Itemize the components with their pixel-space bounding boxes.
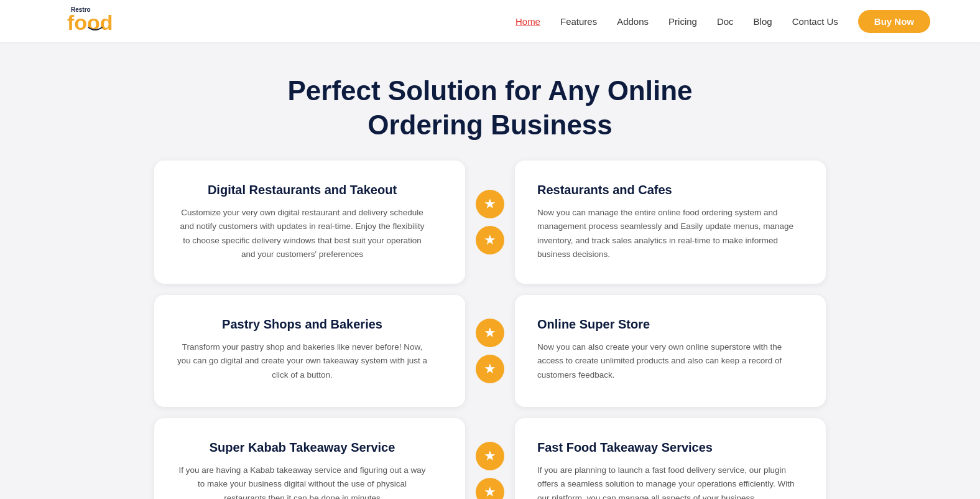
nav: Home Features Addons Pricing Doc Blog Co… (515, 10, 930, 33)
star-circle-right-3: ★ (476, 478, 504, 499)
nav-pricing[interactable]: Pricing (668, 16, 697, 27)
nav-addons[interactable]: Addons (617, 16, 649, 27)
card-body: Now you can manage the entire online foo… (537, 206, 803, 261)
card-body: If you are having a Kabab takeaway servi… (177, 464, 428, 499)
card-title: Restaurants and Cafes (537, 183, 803, 197)
nav-features[interactable]: Features (560, 16, 597, 27)
star-circle-left-3: ★ (476, 442, 504, 470)
card-body: Customize your very own digital restaura… (177, 206, 428, 261)
card-title: Super Kabab Takeaway Service (177, 441, 428, 455)
row2-connector: ★ ★ (465, 319, 515, 383)
logo: Restro food (50, 4, 118, 39)
cards-section: Digital Restaurants and Takeout Customiz… (117, 161, 863, 499)
star-icon: ★ (484, 325, 496, 341)
nav-home[interactable]: Home (515, 16, 540, 27)
star-circle-left-1: ★ (476, 190, 504, 218)
card-title: Fast Food Takeaway Services (537, 441, 803, 455)
star-icon: ★ (484, 484, 496, 499)
card-row-1: Digital Restaurants and Takeout Customiz… (154, 161, 826, 284)
nav-blog[interactable]: Blog (754, 16, 772, 27)
card-row-2: Pastry Shops and Bakeries Transform your… (154, 295, 826, 407)
star-icon: ★ (484, 196, 496, 212)
card-pastry-shops: Pastry Shops and Bakeries Transform your… (154, 295, 465, 407)
card-title: Pastry Shops and Bakeries (177, 317, 428, 332)
card-kabab-takeaway: Super Kabab Takeaway Service If you are … (154, 418, 465, 499)
card-fastfood-takeaway: Fast Food Takeaway Services If you are p… (515, 418, 826, 499)
card-title: Online Super Store (537, 317, 803, 332)
star-circle-left-2: ★ (476, 319, 504, 347)
row3-connector: ★ ★ (465, 442, 515, 499)
logo-wrapper: Restro food (50, 4, 118, 39)
card-restaurants-cafes: Restaurants and Cafes Now you can manage… (515, 161, 826, 284)
hero-title: Perfect Solution for Any Online Ordering… (12, 73, 968, 142)
star-circle-right-1: ★ (476, 226, 504, 254)
logo-svg: Restro food (50, 4, 118, 36)
header: Restro food Home Features Addons Pricing… (0, 0, 980, 42)
nav-contact[interactable]: Contact Us (792, 16, 838, 27)
nav-doc[interactable]: Doc (717, 16, 734, 27)
card-title: Digital Restaurants and Takeout (177, 183, 428, 197)
card-body: Transform your pastry shop and bakeries … (177, 340, 428, 382)
star-icon: ★ (484, 232, 496, 248)
card-row-3: Super Kabab Takeaway Service If you are … (154, 418, 826, 499)
buy-now-button[interactable]: Buy Now (858, 10, 930, 33)
row1-connector: ★ ★ (465, 190, 515, 254)
card-digital-restaurants: Digital Restaurants and Takeout Customiz… (154, 161, 465, 284)
star-icon: ★ (484, 448, 496, 464)
card-body: If you are planning to launch a fast foo… (537, 464, 803, 499)
star-circle-right-2: ★ (476, 355, 504, 383)
card-body: Now you can also create your very own on… (537, 340, 803, 382)
svg-text:food: food (67, 11, 113, 34)
star-icon: ★ (484, 361, 496, 377)
hero-section: Perfect Solution for Any Online Ordering… (0, 42, 980, 161)
card-online-superstore: Online Super Store Now you can also crea… (515, 295, 826, 407)
